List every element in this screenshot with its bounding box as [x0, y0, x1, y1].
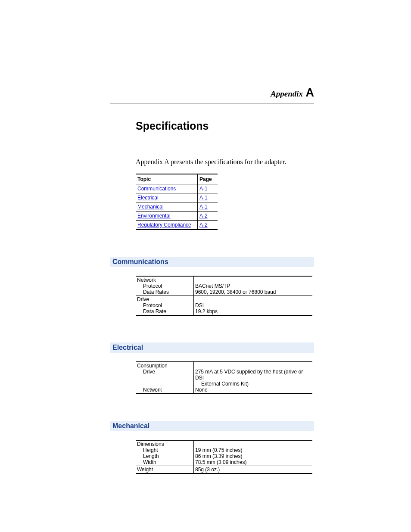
appendix-header: Appendix A [110, 86, 314, 103]
toc-row: Environmental A-2 [136, 212, 218, 221]
comm-group-value: DSI 19.2 kbps [194, 296, 313, 316]
appendix-label: Appendix [271, 89, 303, 98]
page: Appendix A Specifications Appendix A pre… [0, 0, 411, 474]
toc-page-link[interactable]: A-1 [198, 184, 218, 193]
toc-table: Topic Page Communications A-1 Electrical… [136, 174, 218, 230]
toc-head-topic: Topic [136, 174, 198, 184]
toc-page-link[interactable]: A-2 [198, 212, 218, 221]
communications-table: Network Protocol Data Rates BACnet MS/TP… [136, 276, 312, 316]
mech-weight-label: Weight [136, 466, 194, 474]
toc-row: Regulatory Compliance A-2 [136, 221, 218, 230]
toc-topic-link[interactable]: Electrical [136, 193, 198, 202]
toc-row: Electrical A-1 [136, 193, 218, 202]
toc-row: Communications A-1 [136, 184, 218, 193]
toc-topic-link[interactable]: Environmental [136, 212, 198, 221]
mech-weight-value: 85g (3 oz.) [194, 466, 313, 474]
toc-row: Mechanical A-1 [136, 202, 218, 212]
toc-page-link[interactable]: A-1 [198, 193, 218, 202]
comm-group-label: Network Protocol Data Rates [136, 276, 194, 296]
comm-group-label: Drive Protocol Data Rate [136, 296, 194, 316]
comm-group-value: BACnet MS/TP 9600, 19200, 38400 or 76800… [194, 276, 313, 296]
toc-page-link[interactable]: A-1 [198, 202, 218, 212]
appendix-letter: A [306, 86, 314, 99]
mech-dim-value: 19 mm (0.75 inches) 86 mm (3.39 inches) … [194, 440, 313, 466]
section-heading-communications: Communications [110, 257, 314, 267]
intro-text: Appendix A presents the specifications f… [136, 158, 314, 166]
elec-label: Consumption Drive Network [136, 362, 194, 394]
section-heading-mechanical: Mechanical [110, 421, 314, 431]
mechanical-table: Dimensions Height Length Width 19 mm (0.… [136, 440, 312, 474]
electrical-table: Consumption Drive Network 275 mA at 5 VD… [136, 361, 312, 394]
mech-dim-label: Dimensions Height Length Width [136, 440, 194, 466]
elec-value: 275 mA at 5 VDC supplied by the host (dr… [194, 362, 313, 394]
toc-topic-link[interactable]: Regulatory Compliance [136, 221, 198, 230]
section-heading-electrical: Electrical [110, 342, 314, 353]
toc-topic-link[interactable]: Communications [136, 184, 198, 193]
toc-topic-link[interactable]: Mechanical [136, 202, 198, 212]
toc-page-link[interactable]: A-2 [198, 221, 218, 230]
page-title: Specifications [136, 120, 314, 132]
toc-head-page: Page [198, 174, 218, 184]
